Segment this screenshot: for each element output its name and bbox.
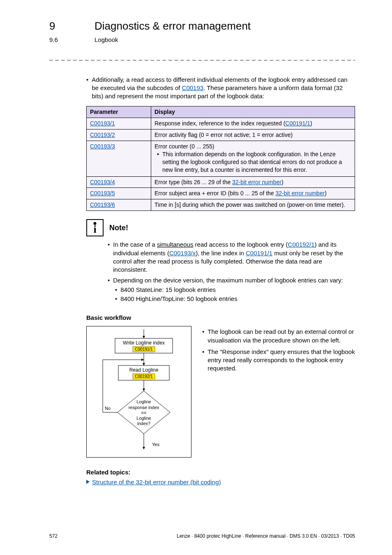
flow-d-l1: Logline <box>136 399 151 404</box>
section-number: 9.6 <box>49 36 82 44</box>
flow-d-l4: Logline <box>136 416 151 421</box>
parameter-table: Parameter Display C00193/1 Response inde… <box>86 106 355 211</box>
flow-d-l2: response index <box>129 405 159 410</box>
note-text: In the case of a simultaneous read acces… <box>113 240 355 274</box>
note-seg: read access to the logbook entry ( <box>193 241 288 248</box>
note-seg: ), the line index in <box>196 250 246 257</box>
workflow-heading: Basic workflow <box>86 314 355 322</box>
cell-text: Error counter (0 ... 255) <box>154 143 351 150</box>
workflow-text: The logbook can be read out by an extern… <box>208 328 355 345</box>
table-row: C00193/3 Error counter (0 ... 255) • Thi… <box>87 141 355 177</box>
note-link[interactable]: C00193/x <box>169 250 196 257</box>
bullet-dot: • <box>202 328 204 345</box>
divider-rule: _ _ _ _ _ _ _ _ _ _ _ _ _ _ _ _ _ _ _ _ … <box>49 53 355 61</box>
cell-link[interactable]: 32-bit error number <box>232 179 281 185</box>
flow-box2-l1: Read Logline <box>129 367 159 373</box>
chapter-number: 9 <box>49 19 82 33</box>
table-row: C00193/4 Error type (bits 26 ... 29 of t… <box>87 176 355 188</box>
note-link[interactable]: C00192/1 <box>288 241 315 248</box>
cell-text: ) <box>325 190 327 197</box>
note-heading: Note! <box>109 223 128 233</box>
workflow-text: The "Response index" query ensures that … <box>208 348 355 373</box>
note-link[interactable]: C00191/1 <box>246 250 272 257</box>
param-link[interactable]: C00193/2 <box>90 132 115 138</box>
intro-link[interactable]: C00193 <box>182 84 204 91</box>
param-link[interactable]: C00193/6 <box>90 201 115 208</box>
flow-d-l5: index? <box>137 421 150 426</box>
param-link[interactable]: C00193/4 <box>90 179 115 185</box>
cell-text: Error subject area + error ID (bits 0 ..… <box>154 190 276 197</box>
note-underline: simultaneous <box>157 241 193 248</box>
th-display: Display <box>151 106 355 118</box>
flow-box1-l1: Write Logline index <box>123 340 165 346</box>
bullet-dot: • <box>115 295 117 303</box>
cell-link[interactable]: 32-bit error number <box>276 190 325 197</box>
bullet-dot: • <box>108 240 110 274</box>
flow-no: No <box>105 406 111 411</box>
related-heading: Related topics: <box>86 468 355 476</box>
param-link[interactable]: C00193/3 <box>90 143 115 150</box>
flow-yes: Yes <box>152 442 159 447</box>
table-row: C00193/5 Error subject area + error ID (… <box>87 188 355 199</box>
info-icon: i <box>86 219 104 236</box>
cell-text: Response index, reference to the index r… <box>154 120 285 127</box>
table-row: C00193/6 Time in [s] during which the po… <box>87 199 355 211</box>
flow-box1-l2: C00191/1 <box>135 347 153 352</box>
note-sub-text: 8400 HighLine/TopLine: 50 logbook entrie… <box>120 295 237 303</box>
bullet-dot: • <box>157 150 159 174</box>
related-link[interactable]: Structure of the 32-bit error number (bi… <box>92 478 221 486</box>
cell-link[interactable]: C00191/1 <box>285 120 310 127</box>
triangle-icon <box>86 480 90 484</box>
page-number: 572 <box>49 533 58 539</box>
intro-text: Additionally, a read access to different… <box>92 76 355 101</box>
flowchart-diagram: Write Logline index C00191/1 Read Loglin… <box>86 326 191 460</box>
note-seg: In the case of a <box>113 241 157 248</box>
section-title: Logbook <box>95 36 118 44</box>
cell-text: Error type (bits 26 ... 29 of the <box>154 179 232 185</box>
note-sub-text: 8400 StateLine: 15 logbook entries <box>120 286 216 294</box>
th-parameter: Parameter <box>87 106 151 118</box>
cell-text: Error activity flag (0 = error not activ… <box>154 132 293 138</box>
flow-d-l3: == <box>141 410 147 415</box>
cell-sub-text: This information depends on the logbook … <box>162 150 351 174</box>
param-link[interactable]: C00193/1 <box>90 120 115 127</box>
chapter-title: Diagnostics & error management <box>95 19 251 33</box>
cell-text: ) <box>281 179 284 185</box>
note-text: Depending on the device version, the max… <box>113 276 343 284</box>
footer-text: Lenze · 8400 protec HighLine · Reference… <box>177 533 355 539</box>
flow-box2-l2: C00192/1 <box>135 374 153 379</box>
table-row: C00193/1 Response index, reference to th… <box>87 118 355 130</box>
bullet-dot: • <box>108 276 110 284</box>
cell-text: ) <box>310 120 312 127</box>
bullet-dot: • <box>86 76 88 101</box>
param-link[interactable]: C00193/5 <box>90 190 115 197</box>
cell-text: Time in [s] during which the power was s… <box>154 201 345 208</box>
bullet-dot: • <box>202 348 204 373</box>
bullet-dot: • <box>115 286 117 294</box>
table-row: C00193/2 Error activity flag (0 = error … <box>87 130 355 141</box>
